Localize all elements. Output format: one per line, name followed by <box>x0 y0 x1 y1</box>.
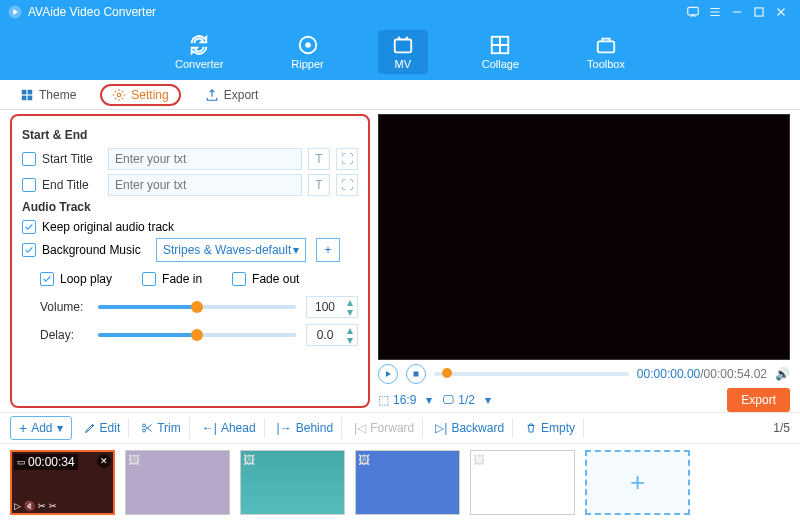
volume-icon[interactable]: 🔊 <box>775 367 790 381</box>
audio-track-title: Audio Track <box>22 200 358 214</box>
volume-slider[interactable] <box>98 305 296 309</box>
end-title-input[interactable] <box>108 174 302 196</box>
converter-icon <box>188 34 210 56</box>
fadeout-label: Fade out <box>252 272 299 286</box>
tool-mv[interactable]: MV <box>378 30 428 74</box>
svg-point-14 <box>143 424 146 427</box>
play-button[interactable] <box>378 364 398 384</box>
forward-button[interactable]: |◁Forward <box>346 418 423 438</box>
collage-icon <box>489 34 511 56</box>
end-title-text-btn[interactable]: T <box>308 174 330 196</box>
close-icon[interactable] <box>770 1 792 23</box>
titlebar: AVAide Video Converter <box>0 0 800 24</box>
image-icon: 🖼 <box>128 453 140 467</box>
ripper-icon <box>297 34 319 56</box>
loop-label: Loop play <box>60 272 112 286</box>
bg-music-checkbox[interactable] <box>22 243 36 257</box>
tab-theme[interactable]: Theme <box>14 85 82 105</box>
svg-rect-13 <box>414 372 419 377</box>
volume-down-icon[interactable]: ▾ <box>343 307 357 317</box>
chevron-down-icon: ▾ <box>485 393 491 407</box>
feedback-icon[interactable] <box>682 1 704 23</box>
loop-checkbox[interactable] <box>40 272 54 286</box>
svg-point-12 <box>118 93 122 97</box>
svg-rect-11 <box>28 95 33 100</box>
trash-icon <box>525 422 537 434</box>
delay-input[interactable]: 0.0▴▾ <box>306 324 358 346</box>
chevron-down-icon: ▾ <box>57 421 63 435</box>
start-title-label: Start Title <box>42 152 102 166</box>
trim-button[interactable]: Trim <box>133 418 190 438</box>
add-music-button[interactable]: + <box>316 238 340 262</box>
action-bar: +Add▾ Edit Trim ←|Ahead |→Behind |◁Forwa… <box>0 412 800 444</box>
thumbnail-1[interactable]: ▭ 00:00:34 ✕ ▷🔇✂✂ <box>10 450 115 515</box>
thumbnail-4[interactable]: 🖼 <box>355 450 460 515</box>
start-title-input[interactable] <box>108 148 302 170</box>
empty-button[interactable]: Empty <box>517 418 584 438</box>
stop-button[interactable] <box>406 364 426 384</box>
toolbox-icon <box>595 34 617 56</box>
maximize-icon[interactable] <box>748 1 770 23</box>
end-title-checkbox[interactable] <box>22 178 36 192</box>
tool-toolbox[interactable]: Toolbox <box>573 30 639 74</box>
screen-dropdown[interactable]: 🖵1/2▾ <box>442 393 491 407</box>
tool-ripper[interactable]: Ripper <box>277 30 337 74</box>
edit-button[interactable]: Edit <box>76 418 130 438</box>
delay-down-icon[interactable]: ▾ <box>343 335 357 345</box>
start-title-checkbox[interactable] <box>22 152 36 166</box>
ahead-button[interactable]: ←|Ahead <box>194 418 265 438</box>
thumbnail-close-icon[interactable]: ✕ <box>97 454 111 468</box>
export-icon <box>205 88 219 102</box>
tab-export[interactable]: Export <box>199 85 265 105</box>
edit-icon <box>84 422 96 434</box>
behind-button[interactable]: |→Behind <box>269 418 343 438</box>
delay-slider[interactable] <box>98 333 296 337</box>
tool-converter[interactable]: Converter <box>161 30 237 74</box>
duration-badge: ▭ 00:00:34 <box>14 454 78 470</box>
tab-setting[interactable]: Setting <box>100 84 180 106</box>
thumbnail-2[interactable]: 🖼 <box>125 450 230 515</box>
app-logo-icon <box>8 5 22 19</box>
forward-icon: |◁ <box>354 421 366 435</box>
thumbnail-3[interactable]: 🖼 <box>240 450 345 515</box>
backward-button[interactable]: ▷|Backward <box>427 418 513 438</box>
thumbnail-5[interactable]: 🖼 <box>470 450 575 515</box>
thumbnail-strip: ▭ 00:00:34 ✕ ▷🔇✂✂ 🖼 🖼 🖼 🖼 + <box>0 444 800 521</box>
image-icon: 🖼 <box>243 453 255 467</box>
chevron-down-icon: ▾ <box>426 393 432 407</box>
preview-panel: 00:00:00.00/00:00:54.02 🔊 ⬚16:9▾ 🖵1/2▾ E… <box>370 110 800 412</box>
svg-rect-10 <box>22 95 27 100</box>
preview-timeline[interactable] <box>434 372 629 376</box>
settings-panel: Start & End Start Title T ⛶ End Title T … <box>10 114 370 408</box>
export-button[interactable]: Export <box>727 388 790 412</box>
minimize-icon[interactable] <box>726 1 748 23</box>
mute-mini-icon: 🔇 <box>24 501 35 511</box>
image-icon: 🖼 <box>473 453 485 467</box>
video-preview[interactable] <box>378 114 790 360</box>
screen-icon: 🖵 <box>442 393 454 407</box>
aspect-dropdown[interactable]: ⬚16:9▾ <box>378 393 432 407</box>
add-button[interactable]: +Add▾ <box>10 416 72 440</box>
start-title-text-btn[interactable]: T <box>308 148 330 170</box>
menu-icon[interactable] <box>704 1 726 23</box>
delay-label: Delay: <box>40 328 88 342</box>
fadein-checkbox[interactable] <box>142 272 156 286</box>
end-title-expand-btn[interactable]: ⛶ <box>336 174 358 196</box>
image-icon: 🖼 <box>358 453 370 467</box>
svg-rect-9 <box>28 89 33 94</box>
add-thumbnail-button[interactable]: + <box>585 450 690 515</box>
bg-music-dropdown[interactable]: Stripes & Waves-default ▾ <box>156 238 306 262</box>
svg-rect-8 <box>22 89 27 94</box>
start-title-expand-btn[interactable]: ⛶ <box>336 148 358 170</box>
start-end-title: Start & End <box>22 128 358 142</box>
svg-point-4 <box>305 42 311 48</box>
fadeout-checkbox[interactable] <box>232 272 246 286</box>
volume-label: Volume: <box>40 300 88 314</box>
ahead-icon: ←| <box>202 421 217 435</box>
volume-input[interactable]: 100▴▾ <box>306 296 358 318</box>
mv-icon <box>392 34 414 56</box>
tool-collage[interactable]: Collage <box>468 30 533 74</box>
keep-original-checkbox[interactable] <box>22 220 36 234</box>
svg-rect-5 <box>394 40 411 53</box>
svg-rect-7 <box>598 41 615 52</box>
